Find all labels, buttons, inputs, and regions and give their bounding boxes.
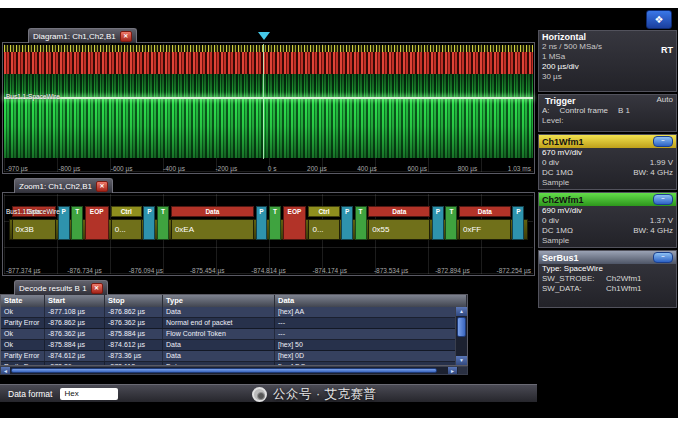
bus-bit-segment-t[interactable]: T [269, 206, 281, 240]
axis-tick-label: -874.174 µs [313, 267, 347, 274]
bus-segment-value: 0xEA [171, 219, 254, 240]
ch2-panel[interactable]: Ch2Wfm1 – 690 mV/div 0 div 1.37 V DC 1MΩ… [538, 192, 677, 248]
close-icon[interactable]: ✕ [120, 31, 132, 42]
cell-type: Data [163, 307, 275, 317]
table-row[interactable]: Ok-876.362 µs-875.884 µsFlow Control Tok… [1, 329, 467, 340]
page: Diagram1: Ch1,Ch2,B1 ✕ Bus1.1:SpaceWire … [0, 0, 678, 426]
bus-bit-segment-p[interactable]: P [256, 206, 268, 240]
minimize-button[interactable]: – [653, 252, 673, 263]
bus-bit-segment-t[interactable]: T [355, 206, 367, 240]
decode-table-body: Ok-877.108 µs-876.862 µsData[hex] AAPari… [1, 307, 467, 366]
horizontal-title: Horizontal [539, 31, 676, 42]
ch2-acquisition-mode: Sample [539, 236, 676, 246]
tab-zoom1[interactable]: Zoom1: Ch1,Ch2,B1 ✕ [14, 178, 113, 193]
bus-data-segment[interactable]: Data0x55 [368, 206, 430, 240]
bus-bit-segment-t[interactable]: T [445, 206, 457, 240]
bus-bit-segment-p[interactable]: P [341, 206, 353, 240]
scroll-down-icon[interactable]: ▼ [456, 356, 467, 365]
diagram1-axis: -970 µs-800 µs-600 µs-400 µs-200 µs0 s20… [6, 165, 531, 172]
tab-decode-results[interactable]: Decode results B 1 ✕ [14, 280, 108, 295]
cell-data: --- [275, 318, 467, 328]
bus-bit-segment-p[interactable]: P [432, 206, 444, 240]
axis-tick-label: 800 µs [458, 165, 478, 172]
cell-start: -874.612 µs [45, 351, 105, 361]
cell-state: Ok [1, 307, 45, 317]
cell-state: Parity Error [1, 351, 45, 361]
column-header-stop[interactable]: Stop [105, 295, 163, 307]
zoom1-decoded-bus-area[interactable]: Bus1.1:SpaceWire Data0x3BPTEOPCtrl0...PT… [2, 192, 535, 276]
bus-data-segment[interactable]: Data0xEA [171, 206, 254, 240]
data-format-select[interactable]: Hex [60, 388, 118, 400]
horizontal-scroll-thumb[interactable] [11, 368, 437, 373]
close-icon[interactable]: ✕ [96, 181, 108, 192]
horizontal-scrollbar[interactable]: ◄ ► [0, 366, 468, 375]
axis-tick-label: -200 µs [215, 165, 237, 172]
cell-start: -877.108 µs [45, 307, 105, 317]
bus-data-segment[interactable]: Ctrl0... [308, 206, 339, 240]
bus-bit-segment-eop[interactable]: EOP [283, 206, 307, 240]
trigger-position-marker-icon[interactable] [258, 32, 270, 40]
close-icon[interactable]: ✕ [91, 283, 103, 294]
table-row[interactable]: Ok-875.884 µs-874.612 µsData[hex] 50 [1, 340, 467, 351]
horizontal-panel[interactable]: Horizontal RT 2 ns / 500 MSa/s 1 MSa 200… [538, 30, 677, 92]
horizontal-resolution: 2 ns / 500 MSa/s [539, 42, 676, 52]
bus-bit-segment-p[interactable]: P [143, 206, 155, 240]
serbus-panel[interactable]: SerBus1 – Type: SpaceWire SW_STROBE: Ch2… [538, 250, 677, 308]
bus-data-segment[interactable]: Ctrl0... [111, 206, 142, 240]
ch1-panel[interactable]: Ch1Wfm1 – 670 mV/div 0 div 1.99 V DC 1MΩ… [538, 134, 677, 190]
scroll-right-icon[interactable]: ► [448, 367, 457, 374]
trigger-panel[interactable]: Trigger Auto A: Control frame B 1 Level: [538, 94, 677, 132]
axis-tick-label: -876.094 µs [129, 267, 163, 274]
axis-tick-label: -874.814 µs [251, 267, 285, 274]
ch1-waveform-dense-band [4, 52, 533, 74]
scroll-left-icon[interactable]: ◄ [1, 367, 10, 374]
bus-segment-tag: Data [368, 206, 430, 217]
table-row[interactable]: Parity Error-876.862 µs-876.362 µsNormal… [1, 318, 467, 329]
bus-segment-value: 0... [111, 219, 142, 240]
table-row[interactable]: Parity Error-874.612 µs-873.36 µsData[he… [1, 351, 467, 362]
ch2-bandwidth: BW: 4 GHz [633, 226, 673, 236]
ch1-acquisition-mode: Sample [539, 178, 676, 188]
column-header-type[interactable]: Type [163, 295, 275, 307]
column-header-data[interactable]: Data [275, 295, 467, 307]
serbus-header[interactable]: SerBus1 – [539, 251, 676, 264]
ch1-offset: 0 div [542, 158, 559, 168]
table-row[interactable]: Ok-877.108 µs-876.862 µsData[hex] AA [1, 307, 467, 318]
vertical-scrollbar[interactable]: ▲ ▼ [455, 307, 467, 365]
minimize-button[interactable]: – [653, 136, 673, 147]
bus1-label: Bus1.1:SpaceWire [6, 208, 60, 215]
ch2-header[interactable]: Ch2Wfm1 – [539, 193, 676, 206]
decode-results-table: State Start Stop Type Data Ok-877.108 µs… [0, 294, 468, 366]
serbus-strobe-value: Ch2Wfm1 [606, 274, 642, 284]
ch1-value: 1.99 V [650, 158, 673, 168]
vertical-scroll-thumb[interactable] [457, 317, 466, 337]
cell-stop: -876.362 µs [105, 318, 163, 328]
serbus-data-label: SW_DATA: [542, 284, 600, 294]
scroll-up-icon[interactable]: ▲ [456, 307, 467, 316]
column-header-start[interactable]: Start [45, 295, 105, 307]
bus-bit-segment-eop[interactable]: EOP [85, 206, 109, 240]
bus-bit-segment-p[interactable]: P [512, 206, 524, 240]
axis-tick-label: -875.454 µs [190, 267, 224, 274]
bus-segment-tag: Ctrl [111, 206, 142, 217]
table-header-row: State Start Stop Type Data [1, 295, 467, 307]
bus-segment-tag: Ctrl [308, 206, 339, 217]
column-header-state[interactable]: State [1, 295, 45, 307]
minimize-button[interactable]: – [653, 194, 673, 205]
bus-segment-value: 0x3B [12, 219, 56, 240]
bus-bit-segment-t[interactable]: T [157, 206, 169, 240]
ch1-header[interactable]: Ch1Wfm1 – [539, 135, 676, 148]
tab-diagram1[interactable]: Diagram1: Ch1,Ch2,B1 ✕ [28, 28, 137, 43]
diagram1-waveform-area[interactable]: Bus1.1:SpaceWire -970 µs-800 µs-600 µs-4… [2, 42, 535, 174]
bus-data-segment[interactable]: Data0xFF [459, 206, 511, 240]
trigger-source: A: [542, 106, 550, 116]
axis-tick-label: -876.734 µs [67, 267, 101, 274]
cell-start: -876.362 µs [45, 329, 105, 339]
zoom1-axis: -877.374 µs-876.734 µs-876.094 µs-875.45… [6, 267, 531, 274]
bus-bit-segment-t[interactable]: T [71, 206, 83, 240]
axis-tick-label: -877.374 µs [6, 267, 40, 274]
trigger-line [263, 44, 264, 159]
ch1-waveform-trace [4, 45, 533, 52]
zoom-bus-strip: Data0x3BPTEOPCtrl0...PTData0xEAPTEOPCtrl… [9, 206, 528, 242]
cell-type: Flow Control Token [163, 329, 275, 339]
